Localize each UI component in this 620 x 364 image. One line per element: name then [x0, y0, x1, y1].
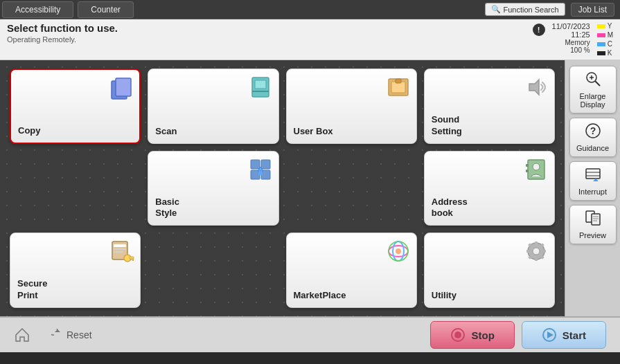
svg-marker-60 [547, 331, 553, 338]
svg-rect-21 [114, 248, 126, 250]
alert-icon: ! [533, 24, 545, 36]
job-list-button[interactable]: Job List [571, 3, 614, 17]
color-y: Y [597, 22, 613, 30]
secure-print-button[interactable]: SecurePrint [10, 233, 141, 308]
time-display: 11:25 [552, 30, 590, 39]
interrupt-label: Interrupt [578, 188, 607, 196]
info-bar-left: Select function to use. Operating Remote… [7, 22, 118, 44]
svg-rect-12 [261, 170, 270, 179]
copy-icon [109, 75, 134, 105]
svg-point-58 [454, 331, 461, 338]
main-area: Copy Scan User Box [0, 60, 620, 316]
address-book-label: Addressbook [432, 197, 468, 220]
svg-rect-25 [132, 259, 134, 261]
home-button[interactable] [14, 327, 30, 343]
bottom-bar: Reset Stop Start [0, 316, 620, 352]
preview-label: Preview [579, 231, 606, 239]
utility-button[interactable]: Utility [424, 233, 555, 308]
top-bar: Accessibility Counter 🔍 Function Search … [0, 0, 620, 19]
marketplace-icon [386, 239, 411, 269]
secure-print-label: SecurePrint [17, 278, 47, 302]
info-bar: Select function to use. Operating Remote… [0, 19, 620, 60]
svg-rect-17 [526, 164, 529, 167]
memory-display: Memory 100 % [552, 39, 590, 54]
date-time-block: 11/07/2023 11:25 Memory 100 % [552, 22, 590, 54]
basic-style-icon [248, 157, 273, 187]
svg-rect-47 [586, 169, 600, 179]
reset-button[interactable]: Reset [51, 329, 92, 341]
guidance-button[interactable]: ? Guidance [569, 118, 617, 157]
guidance-icon: ? [585, 122, 601, 143]
basic-style-label: BasicStyle [155, 197, 179, 220]
scan-icon [248, 75, 273, 104]
copy-label: Copy [18, 125, 41, 137]
bottom-left: Reset [14, 327, 92, 343]
svg-rect-7 [396, 79, 401, 83]
remote-status: Operating Remotely. [7, 35, 118, 44]
svg-rect-26 [130, 259, 132, 260]
interrupt-button[interactable]: Interrupt [569, 161, 617, 201]
function-search-button[interactable]: 🔍 Function Search [485, 3, 565, 16]
scan-label: Scan [155, 126, 177, 138]
empty-slot-2 [286, 151, 417, 226]
svg-point-32 [533, 248, 540, 255]
userbox-icon [386, 75, 411, 104]
svg-rect-22 [114, 251, 123, 253]
svg-point-16 [533, 163, 540, 170]
enlarge-icon [585, 71, 601, 91]
color-m: M [597, 31, 613, 39]
svg-text:?: ? [590, 125, 596, 136]
color-k: K [597, 49, 613, 57]
copy-button[interactable]: Copy [10, 69, 141, 144]
svg-marker-56 [55, 329, 60, 332]
interrupt-icon [585, 166, 601, 186]
svg-rect-1 [116, 78, 131, 96]
bottom-right: Stop Start [430, 321, 606, 349]
sound-setting-button[interactable]: SoundSetting [424, 69, 555, 144]
svg-rect-9 [251, 160, 260, 169]
svg-point-29 [396, 248, 401, 254]
function-grid: Copy Scan User Box [0, 60, 565, 316]
svg-rect-33 [535, 242, 538, 245]
stop-button[interactable]: Stop [430, 321, 514, 349]
right-sidebar: Enlarge Display ? Guidance Interrupt [565, 60, 620, 316]
svg-rect-34 [535, 257, 538, 261]
svg-line-42 [595, 81, 600, 86]
sound-setting-label: SoundSetting [432, 114, 462, 138]
sound-icon [524, 75, 549, 104]
svg-rect-3 [255, 80, 266, 89]
secure-print-icon [109, 239, 134, 269]
svg-rect-35 [526, 250, 530, 253]
svg-rect-52 [592, 214, 600, 225]
accessibility-button[interactable]: Accessibility [2, 1, 73, 18]
scan-button[interactable]: Scan [148, 69, 278, 144]
userbox-label: User Box [294, 126, 333, 138]
search-icon: 🔍 [491, 5, 501, 14]
marketplace-button[interactable]: MarketPlace [286, 233, 417, 308]
date-display: 11/07/2023 [552, 22, 590, 30]
enlarge-display-label: Enlarge Display [573, 92, 613, 109]
address-book-button[interactable]: Addressbook [424, 151, 555, 226]
svg-rect-20 [114, 244, 126, 247]
marketplace-label: MarketPlace [294, 290, 346, 302]
preview-button[interactable]: Preview [569, 205, 617, 244]
svg-rect-24 [130, 257, 134, 259]
basic-style-button[interactable]: BasicStyle [148, 151, 278, 226]
utility-label: Utility [432, 290, 457, 302]
page-title: Select function to use. [7, 22, 118, 34]
enlarge-display-button[interactable]: Enlarge Display [569, 66, 617, 113]
svg-rect-11 [251, 170, 260, 179]
utility-icon [524, 239, 549, 269]
empty-slot-3 [148, 233, 278, 308]
color-c: C [597, 40, 613, 48]
preview-icon [585, 210, 601, 230]
counter-button[interactable]: Counter [78, 1, 134, 18]
svg-rect-18 [526, 170, 529, 172]
svg-rect-10 [261, 160, 270, 169]
info-bar-right: ! 11/07/2023 11:25 Memory 100 % Y M C [533, 22, 613, 57]
color-indicators: Y M C K [597, 22, 613, 57]
start-button[interactable]: Start [522, 321, 606, 349]
svg-marker-8 [529, 80, 539, 95]
address-book-icon [524, 157, 549, 187]
userbox-button[interactable]: User Box [286, 69, 417, 144]
